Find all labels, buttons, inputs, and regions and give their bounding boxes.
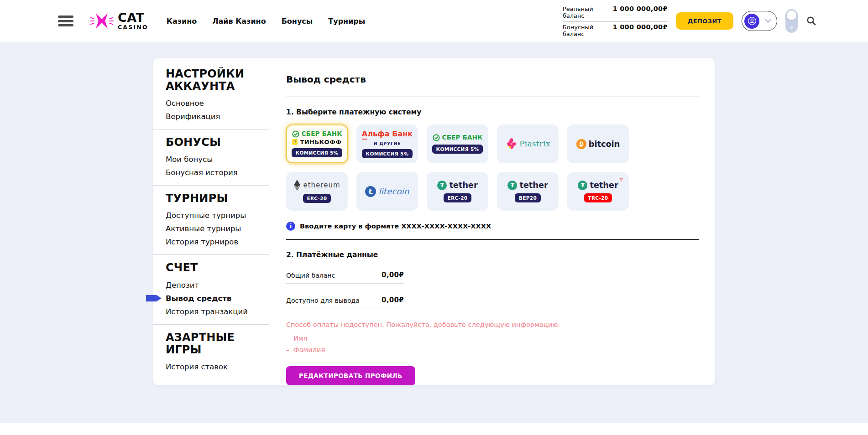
balance-panel: Реальный баланс 1 000 000,00₽ Бонусный б… [563, 3, 668, 39]
payment-method-tether-bep20[interactable]: ₮ tether BEP20 [497, 172, 559, 211]
commission-badge: КОМИССИЯ 5% [362, 149, 413, 158]
sidebar-item-bonusnaya-istoriya[interactable]: Бонусная история [166, 166, 269, 179]
edit-profile-button[interactable]: РЕДАКТИРОВАТЬ ПРОФИЛЬ [286, 366, 415, 385]
commission-badge: КОМИССИЯ 5% [432, 145, 483, 154]
deposit-button[interactable]: ДЕПОЗИТ [676, 12, 733, 30]
alfabank-underline [362, 139, 367, 140]
sidebar-item-verifikaciya[interactable]: Верификация [166, 110, 269, 123]
footer-providers: NETENT RELA GAMING BTG greentube GAMZIX … [0, 423, 868, 435]
nav-item-bonuses[interactable]: Бонусы [282, 17, 313, 26]
sidebar-section-tournaments: ТУРНИРЫ Доступные турниры Активные турни… [153, 186, 269, 255]
sidebar-item-istoriya-tranzakcij[interactable]: История транзакций [166, 305, 269, 318]
site-logo[interactable]: CAT CASINO [90, 11, 148, 31]
real-balance-value: 1 000 000,00₽ [612, 5, 667, 12]
payment-method-tether-erc20[interactable]: ₮ tether ERC-20 [427, 172, 488, 211]
sidebar-item-dostupnye-turniry[interactable]: Доступные турниры [166, 209, 269, 222]
sidebar-item-label: Вывод средств [166, 294, 231, 303]
ethereum-label: ethereum [303, 182, 340, 189]
page-title: Вывод средств [286, 74, 699, 85]
total-balance-field: Общий баланс 0,00₽ [286, 271, 404, 284]
bonus-balance-label: Бонусный баланс [563, 24, 613, 37]
sun-icon: ☀ [785, 25, 798, 31]
profile-menu[interactable] [742, 11, 777, 31]
logo-subtitle: CASINO [118, 25, 148, 31]
real-balance-row: Реальный баланс 1 000 000,00₽ [563, 3, 668, 21]
total-balance-value: 0,00₽ [382, 271, 404, 279]
available-withdrawal-label: Доступно для вывода [286, 297, 360, 304]
network-badge: ERC-20 [444, 193, 472, 202]
search-icon [806, 16, 817, 26]
payment-method-litecoin[interactable]: Ł litecoin [356, 172, 418, 211]
info-icon: i [286, 222, 295, 231]
piastrix-flower-icon [505, 138, 517, 150]
payment-method-bitcoin[interactable]: ₿ bitcoin [567, 124, 629, 163]
nav-item-live-casino[interactable]: Лайв Казино [212, 17, 266, 26]
card-format-text: Вводите карту в формате ХХХХ-ХХХХ-ХХХХ-Х… [300, 223, 491, 230]
chevron-down-icon [765, 19, 771, 23]
main-nav: Казино Лайв Казино Бонусы Турниры [167, 17, 365, 26]
sidebar-item-istoriya-turnirov[interactable]: История турниров [166, 235, 269, 249]
sidebar-item-istoriya-stavok[interactable]: История ставок [166, 360, 269, 373]
active-item-marker [146, 295, 162, 302]
sidebar-section-title: НАСТРОЙКИ АККАУНТА [166, 68, 264, 93]
litecoin-icon: Ł [365, 186, 376, 197]
avatar [744, 14, 759, 29]
payment-method-alfabank[interactable]: Альфа Банк И ДРУГИЕ КОМИССИЯ 5% [356, 124, 418, 163]
tinkoff-label: ТИНЬКОФФ [300, 139, 341, 145]
sidebar-item-aktivnye-turniry[interactable]: Активные турниры [166, 222, 269, 235]
sidebar-item-moi-bonusy[interactable]: Мои бонусы [166, 153, 269, 166]
hamburger-menu-icon[interactable] [58, 16, 73, 26]
real-balance-label: Реальный баланс [563, 5, 613, 19]
tinkoff-icon: Т [292, 139, 298, 145]
commission-badge: КОМИССИЯ 5% [292, 148, 343, 157]
user-icon [748, 16, 757, 26]
nav-item-tournaments[interactable]: Турниры [328, 17, 365, 26]
divider [286, 239, 699, 240]
sidebar-item-osnovnoe[interactable]: Основное [166, 97, 269, 110]
sidebar-item-vyvod-sredstv[interactable]: Вывод средств [166, 292, 269, 305]
network-badge: BEP20 [515, 193, 541, 202]
tether-icon: ₮ [578, 181, 587, 190]
sidebar-section-title: АЗАРТНЫЕ ИГРЫ [166, 331, 264, 356]
network-badge: TRC-20 [584, 193, 612, 202]
ethereum-icon [293, 180, 301, 191]
payment-method-tether-trc20[interactable]: ₮ tether ▽ TRC-20 [567, 172, 629, 211]
tether-label: tether [449, 181, 477, 189]
tether-icon: ₮ [437, 181, 447, 190]
available-withdrawal-value: 0,00₽ [382, 296, 404, 304]
sidebar-section-settings: НАСТРОЙКИ АККАУНТА Основное Верификация [153, 61, 269, 129]
tether-label: tether [519, 181, 548, 189]
sidebar-section-gambling: АЗАРТНЫЕ ИГРЫ История ставок [153, 325, 269, 379]
sberbank-icon [292, 130, 299, 138]
payment-methods-grid: СБЕР БАНК Т ТИНЬКОФФ КОМИССИЯ 5% Альфа Б… [286, 124, 699, 211]
search-button[interactable] [806, 16, 817, 26]
sidebar-section-bonuses: БОНУСЫ Мои бонусы Бонусная история [153, 129, 269, 186]
theme-toggle[interactable]: ☀ [785, 9, 798, 33]
nav-item-casino[interactable]: Казино [167, 17, 197, 26]
missing-info-list: Имя Фамилия [286, 335, 699, 353]
payment-method-sber-tinkoff[interactable]: СБЕР БАНК Т ТИНЬКОФФ КОМИССИЯ 5% [286, 124, 348, 163]
sberbank-label: СБЕР БАНК [302, 131, 342, 137]
sidebar-item-depozit[interactable]: Депозит [166, 279, 269, 292]
logo-title: CAT [118, 11, 148, 24]
payment-method-piastrix[interactable]: Piastrix [497, 124, 559, 163]
network-badge: ERC-20 [303, 194, 331, 203]
tether-label: tether ▽ [590, 181, 618, 189]
sidebar-section-title: ТУРНИРЫ [166, 192, 264, 205]
litecoin-label: litecoin [378, 187, 409, 196]
withdrawal-content: Вывод средств 1. Выберите платежную сист… [269, 58, 715, 385]
divider [286, 97, 699, 97]
payment-method-ethereum[interactable]: ethereum ERC-20 [286, 172, 348, 211]
sberbank-icon [433, 134, 440, 141]
card-format-note: i Вводите карту в формате ХХХХ-ХХХХ-ХХХХ… [286, 222, 699, 231]
alfabank-sublabel: И ДРУГИЕ [374, 141, 401, 146]
bonus-balance-value: 1 000 000,00₽ [612, 23, 667, 31]
page-body: НАСТРОЙКИ АККАУНТА Основное Верификация … [0, 58, 868, 407]
total-balance-label: Общий баланс [286, 272, 335, 279]
tron-icon: ▽ [620, 178, 623, 182]
account-sidebar: НАСТРОЙКИ АККАУНТА Основное Верификация … [153, 58, 269, 385]
bonus-balance-row: Бонусный баланс 1 000 000,00₽ [563, 21, 668, 39]
payment-method-sberbank[interactable]: СБЕР БАНК КОМИССИЯ 5% [427, 124, 488, 163]
piastrix-label: Piastrix [519, 140, 550, 148]
theme-toggle-knob [787, 10, 796, 20]
